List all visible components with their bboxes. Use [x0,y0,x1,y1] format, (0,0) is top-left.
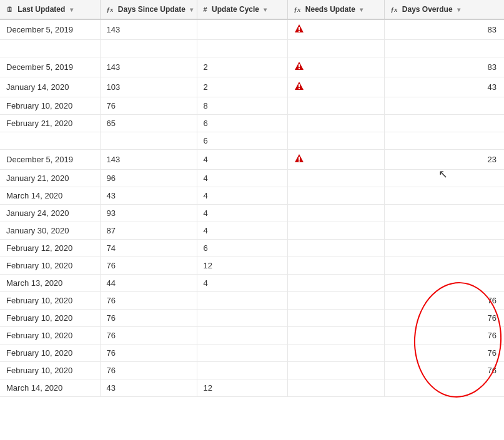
cell-update-cycle: 6 [197,115,287,132]
table-row: March 14, 2020434 [0,187,504,205]
table-row: 6 [0,132,504,150]
svg-rect-5 [299,68,300,69]
cell-days-since: 43 [100,379,197,397]
col-label-days-since: Days Since Update [118,5,185,14]
cell-last-updated: February 10, 2020 [0,97,100,115]
cell-days-overdue: 23 [384,150,504,170]
cell-needs-update [287,345,384,362]
cell-needs-update [287,132,384,150]
col-header-update-cycle[interactable]: # Update Cycle ▾ [197,0,287,19]
cell-days-since: 76 [100,292,197,310]
cell-days-overdue: 76 [384,327,504,345]
table-row: January 14, 20201032 43 [0,77,504,97]
cell-days-since [100,40,197,57]
cell-days-since: 43 [100,187,197,205]
cell-last-updated: February 10, 2020 [0,345,100,362]
cell-needs-update [287,57,384,77]
table-row: February 12, 2020746 [0,240,504,257]
table-row: February 21, 2020656 [0,115,504,132]
svg-rect-2 [299,31,300,32]
cell-update-cycle: 8 [197,97,287,115]
cell-days-since: 76 [100,97,197,115]
cell-update-cycle: 6 [197,240,287,257]
col-header-last-updated[interactable]: 🗓 Last Updated ▾ [0,0,100,19]
table-row: January 21, 2020964 [0,170,504,187]
col-header-days-overdue[interactable]: ƒx Days Overdue ▾ [384,0,504,19]
cell-needs-update [287,292,384,310]
cell-update-cycle [197,19,287,40]
sort-arrow-needs-update: ▾ [360,6,363,13]
cell-last-updated [0,132,100,150]
col-header-days-since[interactable]: ƒx Days Since Update ▾ [100,0,197,19]
cell-days-overdue [384,379,504,397]
cell-needs-update [287,170,384,187]
cell-days-overdue [384,97,504,115]
table-row: February 10, 20207676 [0,310,504,327]
cell-days-since: 76 [100,257,197,275]
col-label-last-updated: Last Updated [17,5,65,14]
cell-last-updated: February 10, 2020 [0,257,100,275]
alert-triangle-svg [294,61,304,71]
cell-days-overdue [384,115,504,132]
cell-needs-update [287,327,384,345]
table-row: February 10, 20207676 [0,292,504,310]
table-row: February 10, 20207676 [0,327,504,345]
cell-update-cycle [197,292,287,310]
cell-days-since: 76 [100,327,197,345]
table-row: March 14, 20204312 [0,379,504,397]
alert-icon [294,61,304,71]
col-header-needs-update[interactable]: ƒx Needs Update ▾ [287,0,384,19]
svg-rect-4 [299,64,300,67]
cell-days-overdue: 76 [384,362,504,379]
cell-days-since: 76 [100,345,197,362]
table-row: February 10, 2020768 [0,97,504,115]
svg-rect-10 [299,157,300,160]
cell-last-updated: February 10, 2020 [0,292,100,310]
alert-triangle-svg [294,24,304,34]
cell-needs-update [287,222,384,240]
cell-days-since: 143 [100,19,197,40]
sort-arrow-last-updated: ▾ [70,6,73,13]
cell-needs-update [287,187,384,205]
col-label-needs-update: Needs Update [305,5,355,14]
cell-days-overdue [384,170,504,187]
col-label-update-cycle: Update Cycle [212,5,259,14]
table-row: December 5, 2019143 83 [0,19,504,40]
table-row [0,40,504,57]
cell-days-overdue: 76 [384,345,504,362]
cell-needs-update [287,40,384,57]
cell-days-overdue [384,205,504,222]
cell-days-since: 96 [100,170,197,187]
fx-icon-2: ƒx [294,6,301,13]
cell-days-since [100,132,197,150]
cell-days-since: 76 [100,362,197,379]
cell-days-since: 87 [100,222,197,240]
cell-days-since: 44 [100,275,197,292]
cell-days-since: 93 [100,205,197,222]
sort-arrow-days-overdue: ▾ [457,6,460,13]
alert-icon [294,154,304,164]
cell-update-cycle: 4 [197,205,287,222]
cell-last-updated: March 14, 2020 [0,187,100,205]
cell-update-cycle: 12 [197,257,287,275]
cell-needs-update [287,97,384,115]
cell-needs-update [287,240,384,257]
hash-icon: # [204,6,207,13]
fx-icon-3: ƒx [391,6,398,13]
svg-rect-7 [299,84,300,87]
cell-last-updated: January 14, 2020 [0,77,100,97]
cell-days-overdue [384,187,504,205]
table-row: February 10, 20207612 [0,257,504,275]
cell-last-updated: December 5, 2019 [0,57,100,77]
cell-last-updated: February 12, 2020 [0,240,100,257]
cell-update-cycle [197,327,287,345]
cell-update-cycle [197,40,287,57]
cell-last-updated: January 21, 2020 [0,170,100,187]
svg-rect-11 [299,160,300,162]
cell-days-since: 76 [100,310,197,327]
table-row: February 10, 20207676 [0,362,504,379]
alert-triangle-svg [294,154,304,164]
cell-days-overdue [384,240,504,257]
header-row: 🗓 Last Updated ▾ ƒx Days Since Update ▾ … [0,0,504,19]
cell-update-cycle: 4 [197,187,287,205]
